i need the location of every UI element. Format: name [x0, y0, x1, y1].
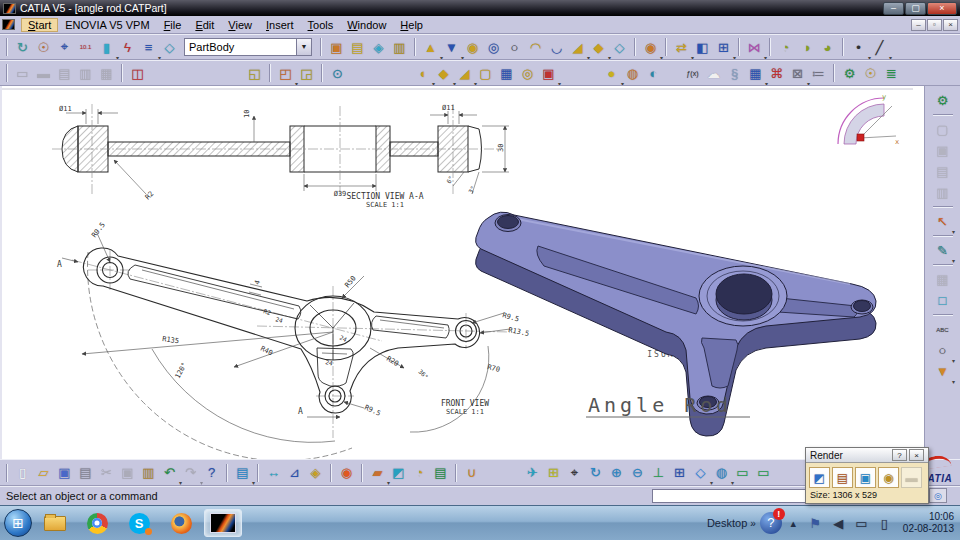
chamfer-icon[interactable]: ◆ [433, 63, 454, 84]
shaft-icon[interactable]: ◉ [462, 37, 483, 58]
zoom-out-icon[interactable]: ⊖ [627, 462, 648, 483]
boolean-add-icon[interactable]: ◰ [275, 63, 296, 84]
fillet-icon[interactable]: ◖ [412, 63, 433, 84]
constraint-box-icon[interactable]: ◑ [796, 37, 817, 58]
render-style-icon[interactable]: ◍ [711, 462, 732, 483]
catalog-browser-icon[interactable]: ☉ [860, 63, 881, 84]
menu-window[interactable]: Window [340, 18, 393, 32]
layer-filter-icon[interactable]: ▤ [430, 462, 451, 483]
zoom-in-icon[interactable]: ⊕ [606, 462, 627, 483]
window-new-icon[interactable]: ▭ [12, 63, 33, 84]
volume-icon[interactable]: ◀ [828, 513, 849, 534]
glue-icon[interactable]: ∪ [461, 462, 482, 483]
open-catalog-icon[interactable]: ▥ [389, 37, 410, 58]
eraser-icon[interactable]: ◇ [159, 37, 180, 58]
minimize-button[interactable]: – [883, 2, 904, 15]
cascade-icon[interactable]: ▥ [75, 63, 96, 84]
camera-view-icon[interactable]: ◉ [640, 37, 661, 58]
scaling-icon[interactable]: ⋈ [744, 37, 765, 58]
draft-angle-icon[interactable]: ◢ [454, 63, 475, 84]
loft-icon[interactable]: ◆ [588, 37, 609, 58]
manipulation-icon[interactable]: ☉ [33, 37, 54, 58]
view-box-icon[interactable]: ▣ [326, 37, 347, 58]
action-center-icon[interactable]: ⚑ [805, 513, 826, 534]
comment-icon[interactable]: ☁ [703, 63, 724, 84]
sketcher-icon[interactable]: ✎ [932, 240, 953, 261]
menu-view[interactable]: View [221, 18, 259, 32]
front-view-tool-icon[interactable]: ▢ [932, 119, 953, 140]
annotations-icon[interactable]: ABC [932, 319, 953, 340]
combo-dropdown-icon[interactable]: ▼ [296, 39, 311, 55]
boolean-remove-icon[interactable]: ◲ [296, 63, 317, 84]
auto-constraint-icon[interactable]: ◕ [817, 37, 838, 58]
design-table-icon[interactable]: ▦ [745, 63, 766, 84]
link-manager-icon[interactable]: ◫ [127, 63, 148, 84]
list-edit-icon[interactable]: ≡ [138, 37, 159, 58]
catia-app-icon[interactable] [3, 3, 16, 14]
pocket-icon[interactable]: ▼ [441, 37, 462, 58]
menu-enovia-v5-vpm[interactable]: ENOVIA V5 VPM [58, 18, 156, 32]
swap-visible-icon[interactable]: ▭ [753, 462, 774, 483]
select-arrow-icon[interactable]: ↖ [932, 211, 953, 232]
cut-icon[interactable]: ✂ [96, 462, 117, 483]
fax-print-icon[interactable]: ▤ [232, 462, 253, 483]
thread-icon[interactable]: ◎ [517, 63, 538, 84]
rotate-icon[interactable]: ↻ [585, 462, 606, 483]
erase-geometry-icon[interactable]: ◈ [368, 37, 389, 58]
mean-dimensions-icon[interactable]: 10.1 [75, 37, 96, 58]
named-views-icon[interactable]: ▣ [932, 140, 953, 161]
relations-icon[interactable]: ⌘ [766, 63, 787, 84]
render-capture-icon[interactable]: ▣ [855, 467, 876, 488]
paste-icon[interactable]: ▥ [138, 462, 159, 483]
pan-icon[interactable]: ⌖ [564, 462, 585, 483]
redo-icon[interactable]: ↷ [180, 462, 201, 483]
undo-icon[interactable]: ↶ [159, 462, 180, 483]
magnifier-icon[interactable]: ○ [932, 340, 953, 361]
measure-inertia-icon[interactable]: ◈ [305, 462, 326, 483]
hole-icon[interactable]: ○ [504, 37, 525, 58]
normal-view-icon[interactable]: ⊥ [648, 462, 669, 483]
groove-icon[interactable]: ◎ [483, 37, 504, 58]
lock-icon[interactable]: ⊠ [787, 63, 808, 84]
doc-restore-button[interactable]: ▫ [927, 19, 942, 31]
copy-icon[interactable]: ▣ [117, 462, 138, 483]
render-save-icon[interactable]: ▬ [901, 467, 922, 488]
taskbar-catia[interactable] [204, 509, 242, 537]
measure-item-icon[interactable]: ⊿ [284, 462, 305, 483]
removed-loft-icon[interactable]: ◇ [609, 37, 630, 58]
render-shoot-icon[interactable]: ◉ [878, 467, 899, 488]
taskbar-explorer[interactable] [36, 509, 74, 537]
thickness-icon[interactable]: ▦ [496, 63, 517, 84]
close-button[interactable]: × [927, 2, 957, 15]
render-camera-icon[interactable]: ◉ [336, 462, 357, 483]
fly-mode-icon[interactable]: ✈ [522, 462, 543, 483]
rect-pattern-icon[interactable]: ⊞ [713, 37, 734, 58]
stiffener-icon[interactable]: ◢ [567, 37, 588, 58]
open-icon[interactable]: ▱ [33, 462, 54, 483]
translate-icon[interactable]: ⇄ [671, 37, 692, 58]
view-compass[interactable] [838, 98, 896, 144]
print-icon[interactable]: ▤ [75, 462, 96, 483]
front-view-drawing[interactable] [84, 248, 480, 413]
view-mode-icon[interactable]: ▥ [932, 182, 953, 203]
document-icon[interactable] [2, 19, 15, 30]
close-surface-icon[interactable]: ◍ [622, 63, 643, 84]
render-dialog-titlebar[interactable]: Render ? × [806, 448, 928, 463]
slot-icon[interactable]: ◡ [546, 37, 567, 58]
start-button[interactable]: ⊞ [4, 509, 32, 537]
sew-surface-icon[interactable]: ● [601, 63, 622, 84]
3d-viewport[interactable]: ISOMETRIC VIEW [0, 86, 925, 459]
menu-insert[interactable]: Insert [259, 18, 301, 32]
fit-all-icon[interactable]: ⊞ [543, 462, 564, 483]
render-scene-icon[interactable]: ◩ [809, 467, 830, 488]
apply-material-icon[interactable]: ▼ [932, 361, 953, 382]
chevron-icon[interactable]: » [750, 518, 756, 529]
pad-icon[interactable]: ▲ [420, 37, 441, 58]
tile-horizontal-icon[interactable]: ▬ [33, 63, 54, 84]
product-knowledge-icon[interactable]: ≣ [881, 63, 902, 84]
command-input[interactable] [652, 489, 812, 503]
check-analysis-icon[interactable]: § [724, 63, 745, 84]
menu-edit[interactable]: Edit [188, 18, 221, 32]
render-help-button[interactable]: ? [892, 449, 907, 461]
power-input-icon[interactable]: ◎ [929, 488, 947, 503]
